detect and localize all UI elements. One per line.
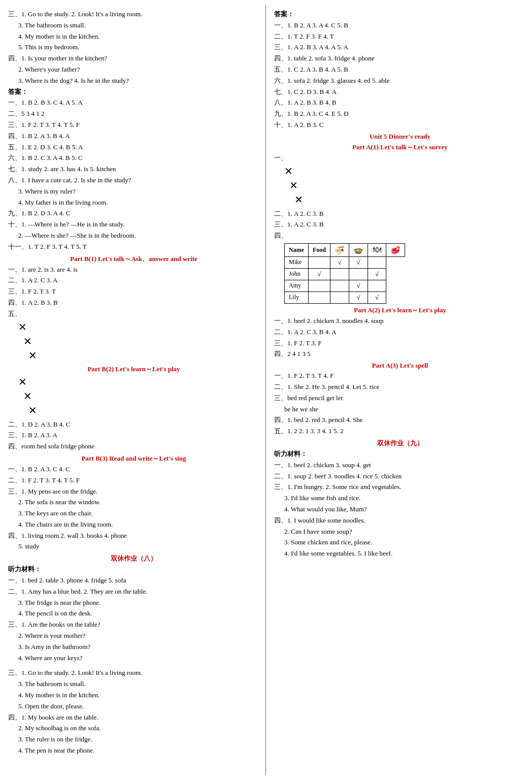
si2-line4: 4. The pen is near the phone. (8, 745, 259, 756)
cell-john-c2 (330, 268, 349, 280)
table-icon-3: 🍽 (368, 243, 386, 256)
tingli9-san1: 三、1. I'm hungry. 2. Some rice and vegeta… (274, 482, 526, 493)
unit5-title: Unit 5 Dinner's ready (274, 133, 526, 141)
si2-line2: 2. My schoolbag is on the sofa. (8, 723, 259, 734)
daan1-er: 二、5 3 4 1 2 (8, 109, 259, 119)
partB3-yi: 一、1. B 2. A 3. C 4. C (8, 464, 259, 475)
cell-lily-name: Lily (285, 291, 309, 303)
daan2-jiu: 九、1. B 2. A 3. C 4. E 5. D (274, 109, 526, 119)
partB3-title: Part B(3) Read and write～Let's sing (8, 454, 259, 463)
si1-line1: 四、1. Is your mother in the kitchen? (8, 53, 259, 64)
san-r: 三、1. A 2. C 3. B (274, 219, 526, 230)
partB3-san3: 3. The keys are on the chair. (8, 508, 259, 519)
partA2-title: Part A(2) Let's learn～Let's play (274, 306, 526, 315)
partB1-er: 二、1. A 2. C 3. A (8, 275, 259, 286)
tingli8-er3: 4. The pencil is on the desk. (8, 608, 259, 619)
daan1-yi: 一、1. B 2. B 3. C 4. A 5. A (8, 98, 259, 108)
partB3-si2: 5. study (8, 541, 259, 552)
cell-lily-c2 (330, 291, 349, 303)
partA2-er: 二、1. A 2. C 3. B 4. A (274, 327, 526, 338)
daan1-ba2: 3. Where is my ruler? (8, 186, 259, 197)
daan2-qi: 七、1. C 2. D 3. B 4. A (274, 87, 526, 98)
shuanghuzuoye9-title: 双休作业（九） (274, 439, 526, 448)
yi-r-marks: ✕ ✕ ✕ (284, 164, 526, 207)
partA2-san: 三、1. F 2. T 3. F (274, 338, 526, 349)
tingli8-san1: 三、1. Are the books on the table? (8, 620, 259, 630)
page-container: 三、1. Go to the study. 2. Look! It's a li… (0, 0, 532, 780)
right-column: 答案： 一、1. B 2. A 3. A 4. C 5. B 二、1. T 2.… (266, 5, 532, 775)
table-header-name: Name (285, 243, 309, 256)
cell-amy-c1 (309, 280, 330, 291)
tingli9-si4: 4. I'd like some vegetables. 5. I like b… (274, 548, 526, 559)
cell-mike-c1 (309, 256, 330, 268)
cell-amy-name: Amy (285, 280, 309, 291)
tingli9-san2: 3. I'd like some fish and rice. (274, 493, 526, 504)
san1-line2: 3. The bathroom is small. (8, 20, 259, 31)
yi-r-label: 一、 (274, 153, 526, 164)
daan2-si: 四、1. table 2. sofa 3. fridge 4. phone (274, 53, 526, 64)
partB2-title: Part B(2) Let's learn～Let's play (8, 365, 259, 374)
tingli9-si2: 2. Can I have some soup? (274, 527, 526, 537)
partB3-er: 二、1. F 2. T 3. T 4. T 5. F (8, 475, 259, 486)
tingli9-label: 听力材料： (274, 449, 526, 460)
food-table: Name Food 🍜 🍲 🍽 🥩 Mike √ √ John √ √ (284, 243, 405, 304)
partB3-san1: 三、1. My pens are on the fridge. (8, 486, 259, 497)
partA3-wu: 五、1. 2 2. 1 3. 3 4. 1 5. 2 (274, 426, 526, 437)
table-row-mike: Mike √ √ (285, 256, 405, 268)
daan1-shi1: 十、1. —Where is he? —He is in the study. (8, 219, 259, 230)
cell-amy-c4 (368, 280, 386, 291)
si2-line1: 四、1. My books are on the table. (8, 712, 259, 723)
table-row-john: John √ √ (285, 268, 405, 280)
san2-line2: 3. The bathroom is small. (8, 679, 259, 690)
daan2-liu: 六、1. sofa 2. fridge 3. glasses 4. ed 5. … (274, 76, 526, 86)
cell-amy-c3: √ (349, 280, 368, 291)
san2-line4: 5. Open the door, please. (8, 701, 259, 712)
partB1-san: 三、1. F 2. T 3. T (8, 286, 259, 297)
partA3-title: Part A(3) Let's spell (274, 362, 526, 370)
cell-john-c4: √ (368, 268, 386, 280)
tingli8-er2: 3. The fridge is near the phone. (8, 598, 259, 608)
partB3-san2: 2. The sofa is near the window. (8, 497, 259, 508)
daan1-wu: 五、1. E 2. D 3. C 4. B 5. A (8, 142, 259, 153)
daan1-liu: 六、1. B 2. C 3. A 4. B 5. C (8, 153, 259, 164)
tingli9-si1: 四、1. I would like some noodles. (274, 515, 526, 526)
partB1-yi: 一、1. are 2. is 3. are 4. is (8, 265, 259, 275)
cell-john-name: John (285, 268, 309, 280)
table-icon-4: 🥩 (386, 243, 405, 256)
daan2-wu: 五、1. C 2. A 3. B 4. A 5. B (274, 64, 526, 75)
daan1-shi1: 十一、1. T 2. F 3. T 4. T 5. T (8, 242, 259, 252)
partA3-san1: 三、bed red pencil get let (274, 393, 526, 404)
cell-amy-c2 (330, 280, 349, 291)
si1-line2: 2. Where's your father? (8, 64, 259, 75)
er-r: 二、1. A 2. C 3. B (274, 209, 526, 219)
tingli9-er: 二、1. soup 2. beef 3. noodles 4. rice 5. … (274, 471, 526, 482)
partA3-yi: 一、1. F 2. T 3. T 4. F (274, 371, 526, 381)
daan1-label: 答案： (8, 87, 259, 98)
cell-john-c1: √ (309, 268, 330, 280)
san1-line1: 三、1. Go to the study. 2. Look! It's a li… (8, 9, 259, 20)
si-r-label: 四、 (274, 231, 526, 241)
cell-lily-c1 (309, 291, 330, 303)
daan1-ba1: 八、1. I have a cute cat. 2. Is she in the… (8, 175, 259, 186)
san2-line1: 三、1. Go to the study. 2. Look! It's a li… (8, 668, 259, 678)
partB1-title: Part B(1) Let's talk～Ask、answer and writ… (8, 254, 259, 264)
left-column: 三、1. Go to the study. 2. Look! It's a li… (0, 5, 266, 775)
daan2-shi: 十、1. A 2. B 3. C (274, 120, 526, 131)
cell-mike-c2: √ (330, 256, 349, 268)
partA3-er: 二、1. She 2. He 3. pencil 4. Let 5. rice (274, 382, 526, 393)
partA2-si: 四、2 4 1 3 5 (274, 349, 526, 360)
partA1-subtitle: Part A(1) Let's talk～Let's survey (274, 143, 526, 152)
tingli8-san3: 3. Is Amy in the bathroom? (8, 642, 259, 653)
tingli9-si3: 3. Some chicken and rice, please. (274, 537, 526, 548)
partA3-si: 四、1. bed 2. red 3. pencil 4. She (274, 415, 526, 426)
tingli9-yi: 一、1. beef 2. chicken 3. soup 4. get (274, 460, 526, 471)
partA2-yi: 一、1. beef 2. chicken 3. noodles 4. soup (274, 316, 526, 327)
table-row-lily: Lily √ √ (285, 291, 405, 303)
cell-lily-c3: √ (349, 291, 368, 303)
daan2-san: 三、1. A 2. B 3. A 4. A 5. A (274, 42, 526, 53)
daan1-shi2: 2. —Where is she? —She is in the bedroom… (8, 231, 259, 241)
partB2-er: 二、1. D 2. A 3. B 4. C (8, 419, 259, 430)
partB3-si1: 四、1. living room 2. wall 3. books 4. pho… (8, 531, 259, 541)
table-row-amy: Amy √ (285, 280, 405, 291)
san1-line4: 5. This is my bedroom. (8, 42, 259, 53)
